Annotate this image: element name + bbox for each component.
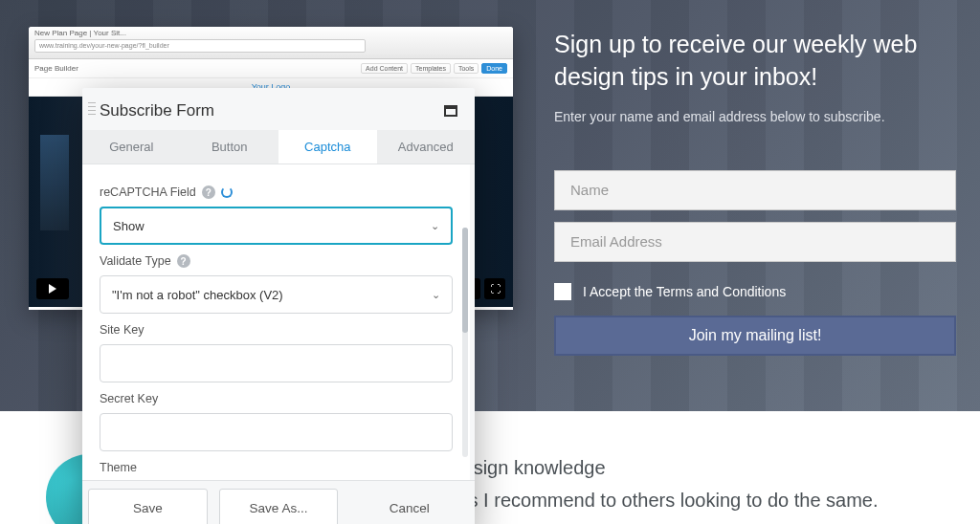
help-icon[interactable]: ? xyxy=(177,254,190,268)
scrollbar-thumb[interactable] xyxy=(462,228,468,333)
drag-grip-icon[interactable] xyxy=(88,101,96,115)
done-button[interactable]: Done xyxy=(481,63,507,74)
scrollbar[interactable] xyxy=(462,228,468,457)
modal-body: reCAPTCHA Field ? Show ⌄ Validate Type ?… xyxy=(82,164,475,524)
pagebuilder-label: Page Builder xyxy=(34,64,78,73)
terms-checkbox[interactable] xyxy=(554,283,571,300)
save-as-button[interactable]: Save As... xyxy=(219,489,339,524)
chevron-down-icon: ⌄ xyxy=(431,220,439,232)
tab-captcha[interactable]: Captcha xyxy=(278,130,377,164)
secret-key-input[interactable] xyxy=(100,413,453,451)
email-input[interactable] xyxy=(554,222,956,262)
tools-button[interactable]: Tools xyxy=(454,63,479,74)
subscribe-form-settings-modal: Subscribe Form General Button Captcha Ad… xyxy=(82,88,475,524)
validate-label-text: Validate Type xyxy=(100,254,171,268)
address-bar[interactable]: www.training.dev/your-new-page/?fl_build… xyxy=(34,39,366,53)
terms-row: I Accept the Terms and Conditions xyxy=(554,283,956,300)
modal-tabs: General Button Captcha Advanced xyxy=(82,130,475,164)
modal-header[interactable]: Subscribe Form xyxy=(82,88,475,130)
site-key-input[interactable] xyxy=(100,344,453,382)
tab-general[interactable]: General xyxy=(82,130,181,164)
hero-subtext: Enter your name and email address below … xyxy=(554,109,956,124)
submit-button[interactable]: Join my mailing list! xyxy=(554,316,956,356)
validate-select-value: "I'm not a robot" checkbox (V2) xyxy=(112,288,283,302)
browser-tab-title: New Plan Page | Your Sit... xyxy=(34,29,507,37)
recaptcha-label-text: reCAPTCHA Field xyxy=(100,186,196,199)
maximize-icon[interactable] xyxy=(444,105,457,117)
help-icon[interactable]: ? xyxy=(202,186,215,199)
chevron-down-icon: ⌄ xyxy=(432,289,440,301)
play-icon[interactable] xyxy=(36,278,69,299)
pagebuilder-topbar: Page Builder Add Content Templates Tools… xyxy=(29,59,513,78)
expand-icon[interactable]: ⛶ xyxy=(484,278,505,299)
terms-label: I Accept the Terms and Conditions xyxy=(583,284,786,299)
pagebuilder-actions: Add Content Templates Tools Done xyxy=(361,63,507,74)
signup-form: Sign up to receive our weekly web design… xyxy=(554,29,956,356)
canvas-decor xyxy=(40,135,69,230)
save-button[interactable]: Save xyxy=(88,489,208,524)
modal-scroll-area[interactable]: reCAPTCHA Field ? Show ⌄ Validate Type ?… xyxy=(82,164,475,480)
tab-button[interactable]: Button xyxy=(181,130,279,164)
recaptcha-field-label: reCAPTCHA Field ? xyxy=(100,186,453,199)
site-key-label: Site Key xyxy=(100,323,453,337)
modal-footer: Save Save As... Cancel xyxy=(82,480,475,524)
recaptcha-select-value: Show xyxy=(113,219,145,233)
hero-heading: Sign up to receive our weekly web design… xyxy=(554,29,956,94)
tab-advanced[interactable]: Advanced xyxy=(377,130,476,164)
loading-spinner-icon xyxy=(221,186,233,198)
name-input[interactable] xyxy=(554,170,956,210)
cancel-button[interactable]: Cancel xyxy=(349,489,469,524)
templates-button[interactable]: Templates xyxy=(411,63,451,74)
theme-label: Theme xyxy=(100,461,453,474)
modal-title: Subscribe Form xyxy=(100,101,214,120)
secret-key-label: Secret Key xyxy=(100,392,453,405)
browser-chrome: New Plan Page | Your Sit... www.training… xyxy=(29,27,513,59)
add-content-button[interactable]: Add Content xyxy=(361,63,408,74)
validate-type-label: Validate Type ? xyxy=(100,254,453,268)
recaptcha-select[interactable]: Show ⌄ xyxy=(100,207,453,245)
validate-type-select[interactable]: "I'm not a robot" checkbox (V2) ⌄ xyxy=(100,275,453,314)
